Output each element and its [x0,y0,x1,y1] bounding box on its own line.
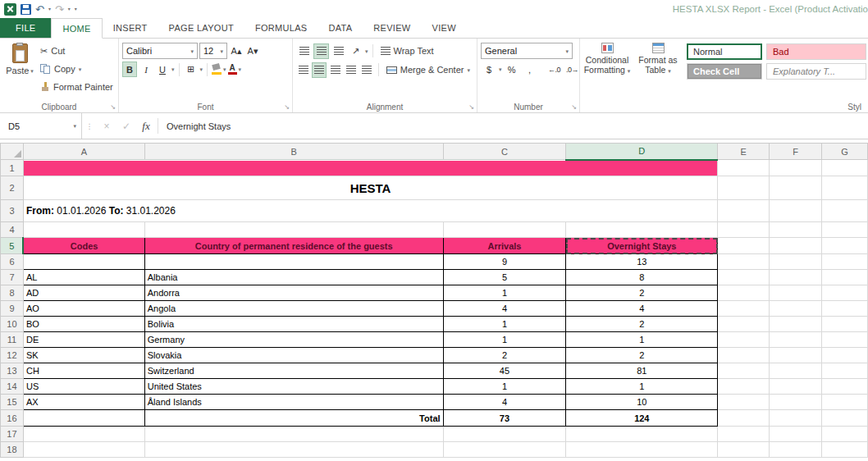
cell-G15[interactable] [822,395,868,410]
cell-G17[interactable] [822,427,868,442]
row-header-5[interactable]: 5 [1,238,24,254]
cell-C17[interactable] [443,427,566,442]
row-header-2[interactable]: 2 [1,176,24,200]
formula-bar-handle[interactable]: ⋮ [82,113,97,139]
cell-E18[interactable] [718,442,770,458]
cell-B16[interactable]: Total [144,410,443,427]
report-title[interactable]: HESTA [23,176,717,200]
format-painter-button[interactable]: Format Painter [38,79,116,95]
tab-view[interactable]: VIEW [422,18,467,38]
percent-style-button[interactable]: % [504,62,520,77]
decrease-font-button[interactable]: A▾ [245,43,260,59]
cell-G7[interactable] [822,270,868,285]
row-header-14[interactable]: 14 [1,379,24,395]
cell-G12[interactable] [822,348,868,363]
cell-D18[interactable] [566,442,718,458]
cell-D10[interactable]: 2 [566,317,718,332]
cell-A12[interactable]: SK [23,348,144,363]
cell-F17[interactable] [770,427,822,442]
cell-A7[interactable]: AL [23,270,144,285]
cell-B13[interactable]: Switzerland [144,363,443,379]
cell-B11[interactable]: Germany [144,332,443,348]
cell-A14[interactable]: US [23,379,144,395]
cell-G5[interactable] [822,238,868,254]
cell-D9[interactable]: 4 [566,301,718,317]
column-header-D[interactable]: D [566,144,718,160]
formula-input[interactable]: Overnight Stays [160,113,868,139]
align-middle-button[interactable] [313,43,329,59]
tab-file[interactable]: FILE [0,18,51,38]
cell-G9[interactable] [822,301,868,317]
cell-C8[interactable]: 1 [443,285,566,301]
cell-B7[interactable]: Albania [144,270,443,285]
cell-A8[interactable]: AD [23,285,144,301]
caret-down-icon[interactable]: ▾ [365,48,368,54]
cell-E13[interactable] [718,363,770,379]
copy-button[interactable]: Copy ▾ [38,61,116,77]
align-top-button[interactable] [296,43,312,59]
cell-D14[interactable]: 1 [566,379,718,395]
cell-C6[interactable]: 9 [443,254,566,270]
cell-D16[interactable]: 124 [566,410,718,427]
column-header-C[interactable]: C [443,144,566,160]
cell-A9[interactable]: AO [23,301,144,317]
cell-B6[interactable] [144,254,443,270]
decrease-decimal-button[interactable]: .0→ [564,62,581,77]
cell-C16[interactable]: 73 [443,410,566,427]
row-header-10[interactable]: 10 [1,317,24,332]
cancel-button[interactable]: × [97,113,116,139]
row-header-16[interactable]: 16 [1,410,24,427]
tab-home[interactable]: HOME [51,18,102,39]
cell-E12[interactable] [718,348,770,363]
dialog-launcher-icon[interactable]: ↘ [110,103,116,111]
cell-A13[interactable]: CH [23,363,144,379]
cell-E2[interactable] [718,176,770,200]
row-header-11[interactable]: 11 [1,332,24,348]
dialog-launcher-icon[interactable]: ↘ [284,103,290,111]
align-center-button[interactable] [312,62,327,78]
insert-function-button[interactable]: fx [136,113,156,139]
cell-E8[interactable] [718,285,770,301]
enter-button[interactable]: ✓ [116,113,136,139]
cell-F14[interactable] [770,379,822,395]
cell-D17[interactable] [566,427,718,442]
align-left-button[interactable] [296,62,310,78]
cell-A16[interactable] [23,410,144,427]
cell-C11[interactable]: 1 [443,332,566,348]
wrap-text-button[interactable]: Wrap Text [377,43,437,59]
cell-G13[interactable] [822,363,868,379]
borders-button[interactable]: ⊞ [184,62,199,77]
cell-E10[interactable] [718,317,770,332]
comma-style-button[interactable]: , [522,62,538,77]
row-header-12[interactable]: 12 [1,348,24,363]
cell-B10[interactable]: Bolivia [144,317,443,332]
cell-G10[interactable] [822,317,868,332]
decrease-indent-button[interactable] [344,62,358,78]
cell-F8[interactable] [770,285,822,301]
cell-C10[interactable]: 1 [443,317,566,332]
cell-B5[interactable]: Country of permanent residence of the gu… [144,238,443,254]
cell-C18[interactable] [443,442,566,458]
cell-F6[interactable] [770,254,822,270]
increase-font-button[interactable]: A▴ [229,43,244,59]
cell-C13[interactable]: 45 [443,363,566,379]
cell-F10[interactable] [770,317,822,332]
cell-D8[interactable]: 2 [566,285,718,301]
cell-F13[interactable] [770,363,822,379]
caret-down-icon[interactable]: ▾ [171,66,175,72]
column-header-E[interactable]: E [718,144,770,160]
cell-E6[interactable] [718,254,770,270]
cell-A4[interactable] [23,222,144,238]
align-right-button[interactable] [328,62,342,78]
orientation-button[interactable]: ↗ [348,43,363,59]
underline-button[interactable]: U [155,62,170,77]
cell-G2[interactable] [822,176,868,200]
accounting-format-button[interactable]: $ [481,62,497,77]
cell-E11[interactable] [718,332,770,348]
cell-D11[interactable]: 1 [566,332,718,348]
redo-button[interactable]: ↷ [55,4,64,15]
cell-F9[interactable] [770,301,822,317]
cell-B12[interactable]: Slovakia [144,348,443,363]
cell-D5[interactable]: Overnight Stays [566,238,718,254]
cell-F2[interactable] [770,176,822,200]
